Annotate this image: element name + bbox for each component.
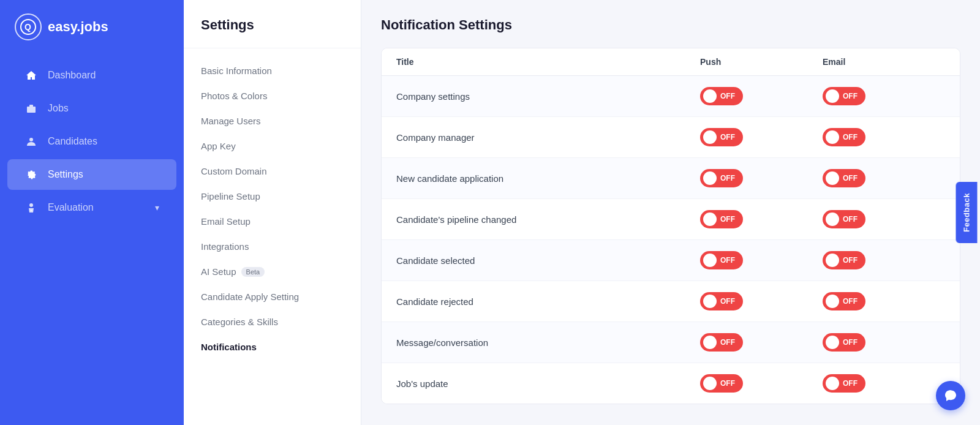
email-toggle-button-candidate-pipeline-changed[interactable]: OFF (823, 210, 865, 228)
push-toggle-button-company-manager[interactable]: OFF (700, 128, 743, 146)
row-title-candidate-selected: Candidate selected (396, 255, 700, 266)
email-toggle-button-candidate-selected[interactable]: OFF (823, 251, 865, 269)
sidebar: Q easy.jobs Dashboard Jobs Candidates (0, 0, 184, 425)
dashboard-label: Dashboard (48, 70, 96, 81)
email-toggle-candidate-pipeline-changed[interactable]: OFF (823, 210, 945, 228)
toggle-label: OFF (720, 379, 735, 388)
svg-point-3 (29, 138, 33, 141)
toggle-circle (703, 295, 717, 308)
toggle-label: OFF (843, 256, 858, 265)
push-toggle-candidate-pipeline-changed[interactable]: OFF (700, 210, 823, 228)
push-toggle-button-candidate-selected[interactable]: OFF (700, 251, 743, 269)
sidebar-item-evaluation[interactable]: Evaluation ▾ (7, 192, 176, 223)
row-title-new-candidate-application: New candidate application (396, 173, 700, 184)
logo-text: easy.jobs (48, 19, 108, 35)
row-title-company-settings: Company settings (396, 91, 700, 102)
toggle-circle (826, 89, 839, 103)
push-toggle-candidate-selected[interactable]: OFF (700, 251, 823, 269)
chevron-down-icon: ▾ (155, 203, 159, 212)
push-toggle-company-settings[interactable]: OFF (700, 87, 823, 105)
push-toggle-button-candidate-rejected[interactable]: OFF (700, 292, 743, 310)
toggle-circle (826, 377, 839, 390)
push-toggle-company-manager[interactable]: OFF (700, 128, 823, 146)
table-row: Company settings OFF OFF (382, 76, 960, 117)
menu-item-photos-colors[interactable]: Photos & Colors (184, 83, 361, 108)
table-row: Job's update OFF OFF (382, 363, 960, 404)
email-toggle-message-conversation[interactable]: OFF (823, 333, 945, 352)
toggle-circle (703, 377, 717, 390)
push-toggle-message-conversation[interactable]: OFF (700, 333, 823, 352)
table-header: Title Push Email (382, 48, 960, 76)
menu-item-pipeline-setup[interactable]: Pipeline Setup (184, 184, 361, 209)
push-toggle-button-message-conversation[interactable]: OFF (700, 333, 743, 352)
push-toggle-button-candidate-pipeline-changed[interactable]: OFF (700, 210, 743, 228)
toggle-label: OFF (843, 297, 858, 306)
nav-items: Dashboard Jobs Candidates Settings (0, 54, 184, 229)
svg-text:Q: Q (24, 22, 31, 32)
menu-item-email-setup[interactable]: Email Setup (184, 209, 361, 234)
toggle-label: OFF (843, 92, 858, 100)
table-row: Candidate's pipeline changed OFF OFF (382, 199, 960, 240)
header-title: Title (396, 57, 700, 67)
jobs-icon (24, 102, 38, 115)
menu-item-candidate-apply[interactable]: Candidate Apply Setting (184, 284, 361, 309)
toggle-circle (703, 171, 717, 185)
toggle-label: OFF (843, 215, 858, 224)
toggle-circle (703, 130, 717, 144)
toggle-label: OFF (720, 92, 735, 100)
notification-table: Title Push Email Company settings OFF OF… (381, 48, 960, 404)
menu-item-app-key[interactable]: App Key (184, 134, 361, 159)
toggle-circle (703, 336, 717, 349)
menu-item-integrations[interactable]: Integrations (184, 234, 361, 259)
push-toggle-jobs-update[interactable]: OFF (700, 374, 823, 393)
email-toggle-company-settings[interactable]: OFF (823, 87, 945, 105)
toggle-label: OFF (720, 174, 735, 182)
header-push: Push (700, 57, 823, 67)
toggle-label: OFF (843, 174, 858, 182)
candidates-label: Candidates (48, 136, 97, 147)
menu-item-ai-setup[interactable]: AI Setup Beta (184, 259, 361, 284)
sidebar-item-candidates[interactable]: Candidates (7, 126, 176, 157)
logo-area: Q easy.jobs (0, 0, 184, 54)
push-toggle-candidate-rejected[interactable]: OFF (700, 292, 823, 310)
menu-item-notifications[interactable]: Notifications (184, 334, 361, 359)
email-toggle-new-candidate-application[interactable]: OFF (823, 169, 945, 187)
table-rows: Company settings OFF OFF Company manager… (382, 76, 960, 404)
push-toggle-button-company-settings[interactable]: OFF (700, 87, 743, 105)
settings-panel-title: Settings (184, 17, 361, 48)
toggle-label: OFF (843, 338, 858, 347)
menu-item-categories-skills[interactable]: Categories & Skills (184, 309, 361, 334)
sidebar-item-settings[interactable]: Settings (7, 159, 176, 190)
settings-label: Settings (48, 169, 83, 180)
candidates-icon (24, 135, 38, 148)
email-toggle-button-message-conversation[interactable]: OFF (823, 333, 865, 352)
svg-rect-2 (27, 107, 36, 113)
email-toggle-button-jobs-update[interactable]: OFF (823, 374, 865, 393)
push-toggle-button-new-candidate-application[interactable]: OFF (700, 169, 743, 187)
table-row: Message/conversation OFF OFF (382, 322, 960, 363)
email-toggle-button-candidate-rejected[interactable]: OFF (823, 292, 865, 310)
email-toggle-company-manager[interactable]: OFF (823, 128, 945, 146)
main-content: Settings Basic Information Photos & Colo… (184, 0, 980, 425)
chat-button[interactable] (936, 381, 965, 410)
menu-item-manage-users[interactable]: Manage Users (184, 108, 361, 134)
email-toggle-button-new-candidate-application[interactable]: OFF (823, 169, 865, 187)
email-toggle-button-company-manager[interactable]: OFF (823, 128, 865, 146)
email-toggle-jobs-update[interactable]: OFF (823, 374, 945, 393)
email-toggle-candidate-selected[interactable]: OFF (823, 251, 945, 269)
sidebar-item-jobs[interactable]: Jobs (7, 93, 176, 124)
sidebar-item-dashboard[interactable]: Dashboard (7, 60, 176, 91)
email-toggle-candidate-rejected[interactable]: OFF (823, 292, 945, 310)
toggle-circle (826, 336, 839, 349)
toggle-circle (826, 212, 839, 226)
home-icon (24, 69, 38, 82)
toggle-label: OFF (720, 133, 735, 141)
email-toggle-button-company-settings[interactable]: OFF (823, 87, 865, 105)
menu-item-custom-domain[interactable]: Custom Domain (184, 159, 361, 184)
settings-menu: Basic Information Photos & Colors Manage… (184, 48, 361, 369)
menu-item-basic-information[interactable]: Basic Information (184, 58, 361, 83)
feedback-tab[interactable]: Feedback (956, 182, 978, 243)
push-toggle-new-candidate-application[interactable]: OFF (700, 169, 823, 187)
push-toggle-button-jobs-update[interactable]: OFF (700, 374, 743, 393)
settings-icon (24, 168, 38, 181)
